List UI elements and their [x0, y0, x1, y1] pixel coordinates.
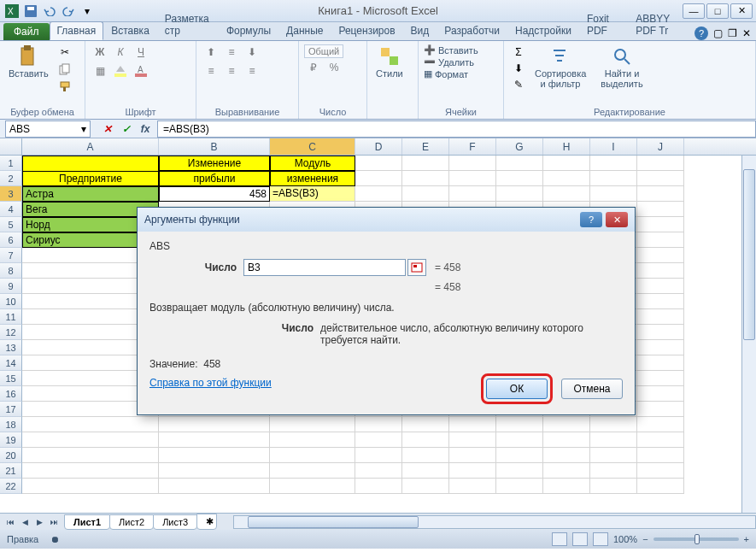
- sheet-tab[interactable]: Лист1: [64, 514, 110, 530]
- doc-close-icon[interactable]: ✕: [742, 27, 751, 39]
- zoom-out-icon[interactable]: −: [642, 534, 648, 544]
- undo-icon[interactable]: [41, 3, 58, 20]
- sheet-tab[interactable]: Лист2: [109, 514, 154, 530]
- cell[interactable]: [543, 171, 590, 186]
- cell[interactable]: Астра: [22, 186, 159, 202]
- cell[interactable]: [637, 156, 684, 171]
- cell[interactable]: [355, 432, 402, 448]
- col-header[interactable]: C: [270, 138, 355, 155]
- cell[interactable]: [270, 448, 355, 463]
- cell[interactable]: [402, 463, 449, 479]
- col-header[interactable]: D: [355, 138, 402, 155]
- cell[interactable]: [449, 186, 496, 202]
- cell[interactable]: [22, 156, 159, 171]
- tab-home[interactable]: Главная: [50, 21, 104, 40]
- cancel-button[interactable]: Отмена: [561, 379, 623, 399]
- cells-format-button[interactable]: ▦Формат: [424, 68, 468, 79]
- cell[interactable]: [496, 479, 543, 494]
- cell[interactable]: [355, 186, 402, 202]
- cell[interactable]: [637, 263, 684, 279]
- cell[interactable]: [637, 463, 684, 479]
- sheet-tab[interactable]: Лист3: [153, 514, 197, 530]
- cell[interactable]: [449, 156, 496, 171]
- normal-view-icon[interactable]: [552, 532, 567, 546]
- sheet-nav-last-icon[interactable]: ⏭: [47, 515, 61, 529]
- select-all-corner[interactable]: [0, 138, 22, 155]
- horizontal-scrollbar[interactable]: [233, 515, 756, 529]
- cell[interactable]: [402, 171, 449, 186]
- tab-developer[interactable]: Разработчи: [437, 21, 507, 40]
- align-right-icon[interactable]: ≡: [243, 63, 261, 79]
- cell[interactable]: [449, 432, 496, 448]
- fx-icon[interactable]: fx: [137, 121, 154, 137]
- cell[interactable]: [159, 448, 270, 463]
- row-header[interactable]: 2: [0, 171, 22, 186]
- row-header[interactable]: 7: [0, 248, 22, 263]
- hscroll-thumb[interactable]: [248, 516, 419, 528]
- arg-input[interactable]: [243, 259, 406, 276]
- close-button[interactable]: ✕: [730, 3, 753, 19]
- excel-icon[interactable]: X: [3, 3, 21, 20]
- cell[interactable]: [637, 371, 684, 386]
- cell[interactable]: [590, 448, 637, 463]
- cell[interactable]: [637, 448, 684, 463]
- cell[interactable]: [449, 479, 496, 494]
- cell[interactable]: [590, 417, 637, 432]
- cell[interactable]: [270, 417, 355, 432]
- qat-more-icon[interactable]: ▾: [79, 3, 96, 20]
- tab-layout[interactable]: Разметка стр: [157, 9, 219, 40]
- cell[interactable]: [590, 463, 637, 479]
- page-break-view-icon[interactable]: [593, 532, 608, 546]
- col-header[interactable]: H: [543, 138, 590, 155]
- cell[interactable]: [590, 156, 637, 171]
- macro-record-icon[interactable]: ⏺: [50, 534, 60, 544]
- fill-icon[interactable]: ⬇: [509, 61, 528, 76]
- cell[interactable]: изменения: [270, 171, 355, 186]
- sheet-nav-first-icon[interactable]: ⏮: [3, 515, 17, 529]
- cell[interactable]: [637, 294, 684, 309]
- tab-formulas[interactable]: Формулы: [219, 21, 278, 40]
- enter-formula-icon[interactable]: ✓: [118, 121, 135, 137]
- cell[interactable]: [637, 279, 684, 294]
- cell[interactable]: [22, 417, 159, 432]
- cell[interactable]: [590, 186, 637, 202]
- cell[interactable]: [496, 448, 543, 463]
- row-header[interactable]: 13: [0, 340, 22, 355]
- cancel-formula-icon[interactable]: ✕: [99, 121, 116, 137]
- row-header[interactable]: 9: [0, 279, 22, 294]
- cell[interactable]: [637, 386, 684, 402]
- row-header[interactable]: 1: [0, 156, 22, 171]
- zoom-thumb[interactable]: [694, 534, 700, 544]
- row-header[interactable]: 12: [0, 325, 22, 340]
- italic-icon[interactable]: К: [111, 44, 130, 60]
- col-header[interactable]: B: [159, 138, 270, 155]
- row-header[interactable]: 17: [0, 402, 22, 417]
- tab-abbyy[interactable]: ABBYY PDF Tr: [628, 9, 694, 40]
- col-header[interactable]: A: [22, 138, 159, 155]
- cell[interactable]: [159, 417, 270, 432]
- vscroll-thumb[interactable]: [743, 169, 755, 340]
- cell[interactable]: [637, 479, 684, 494]
- tab-foxit[interactable]: Foxit PDF: [579, 9, 628, 40]
- cell[interactable]: [355, 463, 402, 479]
- col-header[interactable]: E: [402, 138, 449, 155]
- cell[interactable]: [449, 448, 496, 463]
- cell[interactable]: [402, 479, 449, 494]
- save-icon[interactable]: [22, 3, 39, 20]
- autosum-icon[interactable]: Σ: [509, 44, 528, 60]
- cell[interactable]: [496, 432, 543, 448]
- formula-input[interactable]: [157, 120, 756, 138]
- cell[interactable]: 458: [159, 186, 270, 202]
- cell[interactable]: [402, 156, 449, 171]
- paste-button[interactable]: Вставить: [5, 44, 52, 80]
- cell[interactable]: [22, 432, 159, 448]
- cell[interactable]: [543, 417, 590, 432]
- row-header[interactable]: 19: [0, 432, 22, 448]
- row-header[interactable]: 5: [0, 217, 22, 232]
- cell[interactable]: =ABS(B3): [270, 186, 355, 202]
- underline-icon[interactable]: Ч: [132, 44, 150, 60]
- fill-color-icon[interactable]: [111, 63, 130, 79]
- cell[interactable]: [637, 202, 684, 217]
- cell[interactable]: [496, 156, 543, 171]
- doc-restore-icon[interactable]: ❐: [728, 27, 737, 39]
